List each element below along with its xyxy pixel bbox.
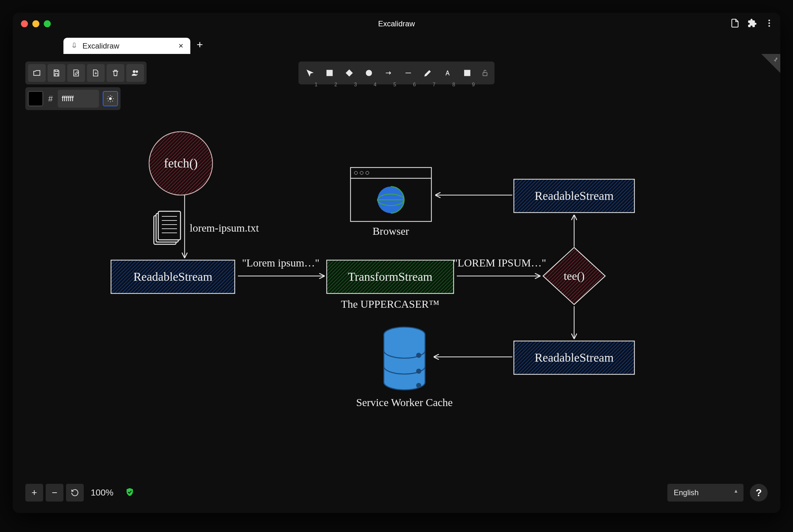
minimize-window-icon[interactable] <box>32 20 39 27</box>
window-title: Excalidraw <box>378 19 415 28</box>
color-panel: # <box>25 87 120 110</box>
extension-icon[interactable] <box>747 18 757 29</box>
hash-label: # <box>45 94 56 104</box>
svg-text:TransformStream: TransformStream <box>348 270 433 283</box>
file-icon[interactable] <box>730 18 740 29</box>
text-tool[interactable]: 8 <box>439 64 457 82</box>
node-readable-2[interactable]: ReadableStream <box>514 179 634 212</box>
library-tool[interactable]: 9 <box>458 64 476 82</box>
dark-mode-toggle[interactable] <box>103 91 118 106</box>
svg-point-48 <box>416 368 421 374</box>
node-readable-1[interactable]: ReadableStream <box>111 260 235 293</box>
shield-icon <box>120 487 135 498</box>
node-tee[interactable]: tee() <box>543 247 605 305</box>
svg-point-44 <box>378 187 404 213</box>
svg-point-7 <box>366 70 371 76</box>
svg-rect-12 <box>483 73 487 76</box>
svg-point-20 <box>149 132 213 195</box>
svg-rect-32 <box>327 260 453 293</box>
node-browser: Browser <box>350 168 431 237</box>
arrow1-label: "Lorem ipsum…" <box>242 257 320 269</box>
tab-title: Excalidraw <box>82 41 172 51</box>
svg-point-19 <box>149 132 213 195</box>
help-button[interactable]: ? <box>750 484 768 501</box>
svg-rect-23 <box>156 213 178 242</box>
clear-button[interactable] <box>107 64 124 82</box>
draw-tool[interactable]: 7 <box>419 64 437 82</box>
maximize-window-icon[interactable] <box>44 20 51 27</box>
bg-color-swatch[interactable] <box>28 91 43 106</box>
svg-rect-39 <box>350 168 431 222</box>
lock-tool[interactable] <box>478 64 492 82</box>
svg-text:ReadableStream: ReadableStream <box>535 351 614 364</box>
line-tool[interactable]: 6 <box>399 64 417 82</box>
save-as-button[interactable] <box>67 64 85 82</box>
svg-rect-35 <box>514 179 634 212</box>
zoom-level: 100% <box>86 488 118 498</box>
tab-close-icon[interactable]: × <box>177 41 185 51</box>
collaborate-button[interactable] <box>126 64 144 82</box>
svg-point-45 <box>378 194 404 206</box>
svg-point-47 <box>416 353 421 358</box>
transform-subtitle: The UPPERCASER™ <box>341 298 439 310</box>
zoom-in-button[interactable]: + <box>25 484 43 501</box>
svg-point-42 <box>360 171 363 174</box>
svg-point-43 <box>366 171 369 174</box>
svg-point-1 <box>769 22 770 24</box>
svg-point-2 <box>769 25 770 27</box>
tab-favicon <box>71 42 78 50</box>
language-select[interactable]: English <box>668 484 743 501</box>
pin-corner[interactable] <box>761 54 780 73</box>
svg-rect-30 <box>111 260 235 293</box>
svg-point-4 <box>136 71 138 72</box>
window-traffic-lights[interactable] <box>21 20 51 27</box>
svg-point-41 <box>354 171 357 174</box>
open-button[interactable] <box>28 64 46 82</box>
new-tab-button[interactable]: + <box>190 35 209 54</box>
zoom-out-button[interactable]: − <box>46 484 63 501</box>
reset-zoom-button[interactable] <box>66 484 84 501</box>
ellipse-tool[interactable]: 4 <box>360 64 378 82</box>
browser-label: Browser <box>372 225 409 237</box>
shape-toolbar: 1 2 3 4 5 6 7 8 9 <box>298 61 495 84</box>
export-button[interactable] <box>87 64 105 82</box>
hex-color-input[interactable] <box>58 90 99 108</box>
svg-rect-37 <box>514 341 634 374</box>
svg-text:tee(): tee() <box>564 270 585 282</box>
file-label: lorem-ipsum.txt <box>190 222 259 234</box>
selection-tool[interactable]: 1 <box>301 64 319 82</box>
svg-rect-22 <box>154 216 176 244</box>
node-transform[interactable]: TransformStream The UPPERCASER™ <box>327 260 453 310</box>
svg-text:ReadableStream: ReadableStream <box>133 270 212 283</box>
svg-point-3 <box>133 71 135 73</box>
svg-rect-11 <box>467 73 470 76</box>
diagram-canvas[interactable]: .hand { font-family: "Comic Sans MS", "S… <box>13 54 780 498</box>
swcache-label: Service Worker Cache <box>356 397 453 408</box>
svg-rect-24 <box>158 211 180 240</box>
svg-text:fetch(): fetch() <box>164 156 198 170</box>
arrow2-label: "LOREM IPSUM…" <box>453 257 546 269</box>
save-button[interactable] <box>47 64 65 82</box>
svg-rect-10 <box>464 73 467 76</box>
file-icon-group: lorem-ipsum.txt <box>154 211 259 244</box>
svg-point-0 <box>769 20 770 21</box>
svg-rect-8 <box>464 70 467 73</box>
svg-rect-9 <box>467 70 470 73</box>
svg-rect-6 <box>327 70 332 76</box>
node-swcache: Service Worker Cache <box>356 327 453 408</box>
node-readable-3[interactable]: ReadableStream <box>514 341 634 374</box>
svg-point-5 <box>109 97 112 100</box>
browser-tab[interactable]: Excalidraw × <box>63 38 190 54</box>
arrow-tool[interactable]: 5 <box>380 64 398 82</box>
svg-point-49 <box>416 383 421 388</box>
close-window-icon[interactable] <box>21 20 28 27</box>
diamond-tool[interactable]: 3 <box>340 64 358 82</box>
file-toolbar <box>25 61 147 84</box>
more-icon[interactable] <box>765 18 774 29</box>
rectangle-tool[interactable]: 2 <box>321 64 339 82</box>
node-fetch[interactable]: fetch() <box>149 132 213 195</box>
svg-text:ReadableStream: ReadableStream <box>535 189 614 203</box>
